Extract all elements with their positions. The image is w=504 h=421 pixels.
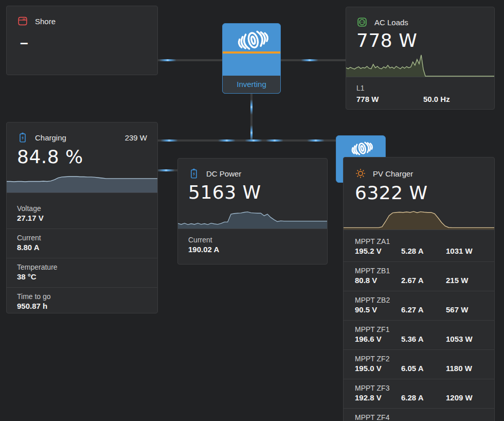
shore-header: Shore <box>7 15 157 27</box>
pv-charger-sparkline <box>344 206 494 230</box>
tracker-voltage: 195.0 V <box>355 363 401 374</box>
tracker-current: 6.28 A <box>401 393 446 403</box>
battery-detail-row: Temperature 38 °C <box>7 258 157 287</box>
dc-power-card[interactable]: DC Power 5163 W Current 190.02 A <box>177 158 328 265</box>
battery-header: Charging 239 W <box>7 132 157 143</box>
tracker-name: MPPT ZF4 <box>355 413 483 421</box>
tracker-name: MPPT ZF2 <box>355 354 483 363</box>
ac-loads-header: AC Loads <box>346 16 494 28</box>
battery-detail-row: Time to go 950.87 h <box>7 287 157 317</box>
shore-power-icon <box>17 15 28 27</box>
pv-tracker-list: MPPT ZA1 195.2 V 5.28 A 1031 W MPPT ZB1 … <box>344 233 494 421</box>
battery-detail-row: Current 8.80 A <box>7 229 157 258</box>
divider <box>344 230 494 230</box>
dc-power-sparkline <box>178 205 327 229</box>
tracker-current: 2.67 A <box>401 275 446 286</box>
pv-tracker-row: MPPT ZF4 192.6 V 6.49 A 1249 W <box>344 409 494 421</box>
pv-charger-card[interactable]: PV Charger 6322 W MPPT ZA1 195.2 V 5.28 … <box>343 157 495 421</box>
ac-loads-card[interactable]: AC Loads 778 W L1 778 W 50.0 Hz <box>346 7 495 110</box>
energy-flow-pulse <box>250 125 253 141</box>
tracker-voltage: 90.5 V <box>355 305 401 315</box>
pv-tracker-row: MPPT ZF2 195.0 V 6.05 A 1180 W <box>344 350 494 379</box>
phase-label: L1 <box>356 83 484 93</box>
tracker-voltage: 80.8 V <box>355 275 401 286</box>
battery-detail-row: Voltage 27.17 V <box>7 200 157 229</box>
tracker-power: 1180 W <box>446 363 483 374</box>
energy-flow-pulse <box>266 139 283 142</box>
victron-logo-icon <box>347 141 375 157</box>
tracker-power: 1209 W <box>446 393 483 403</box>
battery-card[interactable]: Charging 239 W 84.8 % Voltage 27.17 V Cu… <box>6 122 158 313</box>
ac-loads-power: 778 W <box>356 30 494 51</box>
dc-power-title: DC Power <box>206 169 241 178</box>
dc-power-header: DC Power <box>178 168 327 179</box>
battery-details: Voltage 27.17 V Current 8.80 A Temperatu… <box>7 200 157 317</box>
energy-flow-pulse <box>307 139 325 142</box>
pv-charger-header: PV Charger <box>344 168 494 179</box>
tracker-power: 1053 W <box>446 334 483 344</box>
energy-flow-pulse <box>157 169 175 171</box>
tracker-voltage: 196.6 V <box>355 334 401 344</box>
inverter-status: Inverting <box>223 76 280 93</box>
pv-tracker-row: MPPT ZA1 195.2 V 5.28 A 1031 W <box>344 233 494 262</box>
battery-title: Charging <box>35 133 66 142</box>
pv-tracker-row: MPPT ZF1 196.6 V 5.36 A 1053 W <box>344 321 494 350</box>
tracker-current: 5.36 A <box>401 334 446 344</box>
dc-battery-icon <box>188 168 200 179</box>
tracker-name: MPPT ZA1 <box>355 237 483 246</box>
pv-tracker-row: MPPT ZB2 90.5 V 6.27 A 567 W <box>344 291 494 321</box>
battery-power: 239 W <box>125 133 147 142</box>
tracker-name: MPPT ZB2 <box>355 295 483 305</box>
ac-socket-icon <box>356 16 368 28</box>
shore-value: – <box>20 35 157 50</box>
energy-flow-pulse <box>160 139 178 142</box>
energy-flow-pulse <box>250 99 253 115</box>
pv-tracker-row: MPPT ZB1 80.8 V 2.67 A 215 W <box>344 262 494 291</box>
victron-logo-icon <box>231 29 272 52</box>
tracker-voltage: 195.2 V <box>355 246 401 256</box>
tracker-voltage: 192.8 V <box>355 393 401 403</box>
dc-power-footer: Current 190.02 A <box>178 229 327 255</box>
energy-flow-pulse <box>301 59 318 61</box>
tracker-name: MPPT ZB1 <box>355 266 483 275</box>
shore-title: Shore <box>35 17 56 26</box>
battery-soc-sparkline <box>7 170 157 192</box>
tracker-power: 1031 W <box>446 246 483 256</box>
dc-power-value: 5163 W <box>188 182 327 203</box>
energy-flow-pulse <box>218 139 236 142</box>
battery-soc: 84.8 % <box>17 147 157 167</box>
inverter-stripe <box>223 51 280 54</box>
tracker-power: 567 W <box>446 305 483 315</box>
energy-dashboard: Shore – Inverting <box>0 0 504 421</box>
ac-loads-footer: L1 778 W 50.0 Hz <box>346 77 494 104</box>
tracker-current: 6.05 A <box>401 363 446 374</box>
phase-power: 778 W <box>356 94 423 104</box>
inverter-node[interactable]: Inverting <box>222 23 281 94</box>
tracker-current: 6.27 A <box>401 305 446 315</box>
shore-card[interactable]: Shore – <box>6 6 158 75</box>
tracker-power: 215 W <box>446 275 483 286</box>
sun-icon <box>355 168 366 179</box>
battery-charging-icon <box>17 132 28 143</box>
tracker-name: MPPT ZF1 <box>355 325 483 334</box>
energy-flow-pulse <box>159 59 176 61</box>
ac-loads-title: AC Loads <box>374 18 408 27</box>
phase-frequency: 50.0 Hz <box>423 94 484 104</box>
pv-charger-value: 6322 W <box>355 183 494 203</box>
ac-loads-sparkline <box>346 52 494 77</box>
tracker-current: 5.28 A <box>401 246 446 256</box>
energy-flow-pulse <box>245 139 262 142</box>
tracker-name: MPPT ZF3 <box>355 383 483 393</box>
divider <box>7 192 157 193</box>
pv-tracker-row: MPPT ZF3 192.8 V 6.28 A 1209 W <box>344 379 494 409</box>
pv-charger-title: PV Charger <box>373 169 413 178</box>
